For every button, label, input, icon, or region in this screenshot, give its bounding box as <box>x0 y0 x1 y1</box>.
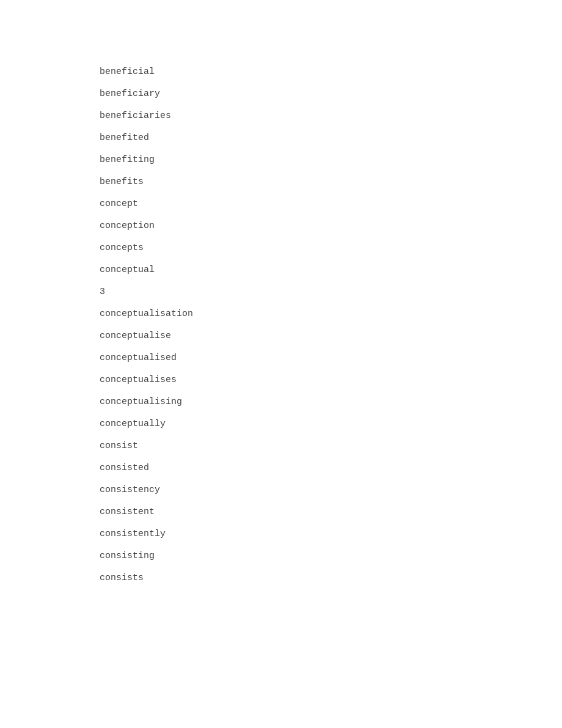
list-item-conceptualises: conceptualises <box>100 375 562 384</box>
list-item-conceptualise: conceptualise <box>100 331 562 340</box>
list-item-consist: consist <box>100 441 562 450</box>
list-item-beneficial: beneficial <box>100 67 562 76</box>
word-list: beneficialbeneficiarybeneficiariesbenefi… <box>0 0 562 583</box>
list-item-conceptualisation: conceptualisation <box>100 309 562 318</box>
list-item-benefited: benefited <box>100 133 562 142</box>
list-item-consisting: consisting <box>100 551 562 561</box>
list-item-concepts: concepts <box>100 243 562 252</box>
list-item-conceptual: conceptual <box>100 265 562 274</box>
list-item-beneficiary: beneficiary <box>100 89 562 98</box>
list-item-benefiting: benefiting <box>100 155 562 164</box>
list-item-consistently: consistently <box>100 529 562 539</box>
list-item-benefits: benefits <box>100 177 562 186</box>
list-item-consists: consists <box>100 573 562 583</box>
list-item-conceptualised: conceptualised <box>100 353 562 362</box>
list-item-beneficiaries: beneficiaries <box>100 111 562 120</box>
list-item-consisted: consisted <box>100 463 562 472</box>
list-item-consistency: consistency <box>100 485 562 495</box>
list-item-conception: conception <box>100 221 562 230</box>
list-item-conceptually: conceptually <box>100 419 562 428</box>
list-item-number-3: 3 <box>100 287 562 296</box>
list-item-conceptualising: conceptualising <box>100 397 562 406</box>
list-item-consistent: consistent <box>100 507 562 517</box>
list-item-concept: concept <box>100 199 562 208</box>
